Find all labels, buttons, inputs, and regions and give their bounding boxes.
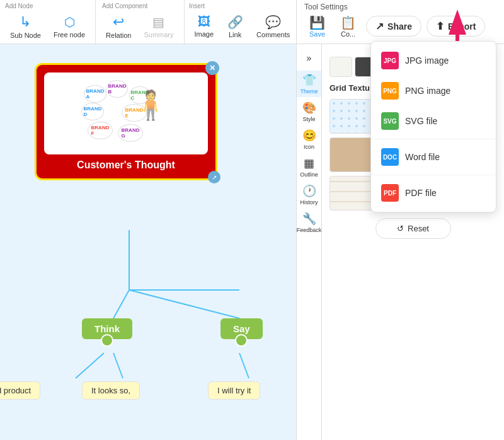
export-jpg-item[interactable]: JPG JPG image <box>371 45 496 76</box>
save-label: Save <box>309 30 325 38</box>
add-node-label: Add Node <box>5 3 33 9</box>
export-word-item[interactable]: DOC Word file <box>371 142 496 172</box>
sidebar-item-style[interactable]: 🎨 Style <box>297 98 321 125</box>
export-svg-item[interactable]: SVG SVG file <box>371 106 496 136</box>
theme-icon: 👕 <box>302 73 316 87</box>
comments-button[interactable]: 💬 Comments <box>251 12 295 41</box>
reset-label: Reset <box>408 224 429 233</box>
free-node-button[interactable]: ⬡ Free node <box>49 12 90 41</box>
sub-node-button[interactable]: ↳ Sub Node <box>5 11 46 42</box>
tool-settings-bar: Tool Settings 💾 Save 📋 Co... ↗ Share ⬆ E… <box>296 0 504 44</box>
color-swatch-0[interactable] <box>329 57 352 77</box>
try-label: I will try it <box>217 386 251 395</box>
brand-a: BRANDA <box>84 85 106 103</box>
style-label: Style <box>302 116 315 122</box>
export-png-item[interactable]: PNG PNG image <box>371 76 496 106</box>
png-icon: PNG <box>381 82 399 100</box>
svg-line-5 <box>113 353 123 378</box>
right-sidebar: » 👕 Theme 🎨 Style 😊 Icon ▦ Outline 🕐 His… <box>296 44 321 440</box>
feedback-label: Feedback <box>297 227 322 233</box>
jpg-icon: JPG <box>381 52 399 69</box>
svg-label: SVG file <box>405 116 437 126</box>
style-icon: 🎨 <box>302 101 316 115</box>
menu-divider-2 <box>371 175 496 175</box>
share-label: Share <box>387 21 412 32</box>
product-label: d product <box>0 386 31 395</box>
link-button[interactable]: 🔗 Link <box>221 12 249 41</box>
looks-node[interactable]: It looks so, <box>82 381 140 400</box>
theme-label: Theme <box>300 88 318 95</box>
central-node-inner: BRANDA BRANDB BRANDC BRANDD BRANDE BRAND… <box>44 72 208 154</box>
reset-icon: ↺ <box>397 224 404 233</box>
history-icon: 🕐 <box>302 184 316 198</box>
canvas-content: ✕ BRANDA BRANDB BRANDC BRANDD BRANDE BRA… <box>0 44 296 440</box>
brand-g: BRANDG <box>118 124 143 142</box>
word-icon: DOC <box>381 148 399 166</box>
say-connector <box>235 334 248 347</box>
relation-button[interactable]: ↩ Relation <box>101 11 136 42</box>
summary-button[interactable]: ▤ Summary <box>139 12 178 41</box>
insert-label: Insert <box>189 3 205 9</box>
think-connector <box>101 334 113 347</box>
sidebar-item-feedback[interactable]: 🔧 Feedback <box>297 209 321 236</box>
svg-line-2 <box>129 290 239 318</box>
brand-b: BRANDB <box>106 80 128 98</box>
add-component-label: Add Component <box>102 3 147 9</box>
copy-label: Co... <box>341 30 355 38</box>
outline-icon: ▦ <box>304 156 314 170</box>
feedback-icon: 🔧 <box>302 212 316 226</box>
product-node[interactable]: d product <box>0 381 40 400</box>
copy-button[interactable]: 📋 Co... <box>335 13 361 40</box>
word-label: Word file <box>405 152 440 162</box>
menu-divider <box>371 139 496 139</box>
node-resize-button[interactable]: ↗ <box>208 171 220 183</box>
relation-label: Relation <box>106 32 131 39</box>
brand-image: BRANDA BRANDB BRANDC BRANDD BRANDE BRAND… <box>79 79 173 148</box>
share-button[interactable]: ↗ Share <box>366 16 421 37</box>
sidebar-item-theme[interactable]: 👕 Theme <box>297 71 321 97</box>
central-node[interactable]: ✕ BRANDA BRANDB BRANDC BRANDD BRANDE BRA… <box>35 63 217 180</box>
think-node[interactable]: Think <box>82 318 132 339</box>
save-button[interactable]: 💾 Save <box>304 13 330 40</box>
pdf-label: PDF file <box>405 188 437 198</box>
icon-icon: 😊 <box>302 129 316 142</box>
export-pdf-item[interactable]: PDF PDF file <box>371 178 496 208</box>
sub-node-label: Sub Node <box>10 32 41 39</box>
add-component-section: Add Component ↩ Relation ▤ Summary <box>96 0 184 43</box>
brand-d: BRANDD <box>81 103 104 120</box>
looks-label: It looks so, <box>91 386 130 395</box>
say-node[interactable]: Say <box>220 318 263 339</box>
export-dropdown: JPG JPG image PNG PNG image SVG SVG file… <box>370 41 496 212</box>
try-node[interactable]: I will try it <box>208 381 260 400</box>
outline-label: Outline <box>300 171 318 178</box>
reset-button[interactable]: ↺ Reset <box>375 218 451 239</box>
think-label: Think <box>94 323 120 334</box>
central-node-title: Customer's Thought <box>44 159 208 171</box>
comments-label: Comments <box>256 31 290 38</box>
svg-line-1 <box>113 290 129 318</box>
sidebar-item-history[interactable]: 🕐 History <box>297 182 321 208</box>
canvas-area[interactable]: ✕ BRANDA BRANDB BRANDC BRANDD BRANDE BRA… <box>0 44 296 440</box>
pdf-icon: PDF <box>381 184 399 202</box>
insert-section: Insert 🖼 Image 🔗 Link 💬 Comments <box>185 0 301 43</box>
link-label: Link <box>229 31 241 38</box>
toolbar: Add Node ↳ Sub Node ⬡ Free node Add Comp… <box>0 0 504 44</box>
svg-line-4 <box>76 353 104 378</box>
arrow-up <box>449 9 466 35</box>
history-label: History <box>300 199 318 206</box>
node-close-button[interactable]: ✕ <box>205 61 219 75</box>
sidebar-item-outline[interactable]: ▦ Outline <box>297 154 321 180</box>
svg-icon: SVG <box>381 112 399 130</box>
brand-f: BRANDF <box>88 122 113 139</box>
svg-line-6 <box>239 353 249 378</box>
free-node-label: Free node <box>54 31 85 38</box>
summary-label: Summary <box>144 31 173 38</box>
sidebar-expand-button[interactable]: » <box>299 49 319 67</box>
jpg-label: JPG image <box>405 55 449 66</box>
say-label: Say <box>233 323 250 334</box>
image-button[interactable]: 🖼 Image <box>190 12 219 40</box>
thinker-figure: 🧍 <box>133 88 168 122</box>
png-label: PNG image <box>405 86 450 96</box>
sidebar-item-icon[interactable]: 😊 Icon <box>297 126 321 153</box>
icon-label: Icon <box>304 144 314 150</box>
